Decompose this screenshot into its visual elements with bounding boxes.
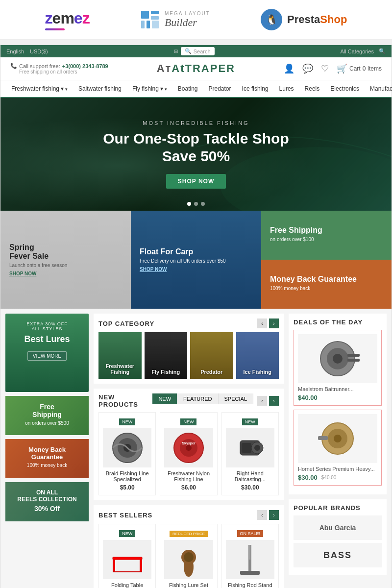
- hero-banner: MOST INCREDIBLE FISHING Our One-Stop Tac…: [0, 98, 392, 211]
- search-area: ⊟ 🔍 Search: [174, 47, 215, 55]
- svg-rect-2: [151, 16, 159, 20]
- shop-now-button[interactable]: SHOP NOW: [166, 174, 226, 189]
- promo-shipping-title: Free Shipping: [270, 226, 322, 235]
- header: 📞 Call support free: +3(000) 2343-8789 F…: [0, 57, 392, 80]
- search-bar[interactable]: 🔍 Search: [181, 47, 215, 55]
- reels-promo-sub: 30% Off: [11, 505, 83, 513]
- currency-selector[interactable]: USD($): [30, 49, 48, 54]
- chat-icon[interactable]: 💬: [302, 63, 313, 74]
- nav-item-8[interactable]: Electronics: [325, 80, 364, 97]
- top-category-section: TOP CATEGORY ‹ › FreshwaterFishing Fly F…: [94, 314, 284, 384]
- view-more-btn[interactable]: VIEW MORE: [27, 351, 67, 361]
- product-img-reel: [226, 428, 274, 467]
- promo-spring-link[interactable]: SHOP NOW: [9, 271, 36, 276]
- language-selector[interactable]: English: [6, 49, 24, 54]
- nav-item-6[interactable]: Lures: [274, 80, 299, 97]
- nav-item-9[interactable]: Manufacturers: [365, 80, 392, 97]
- best-sellers-title: BEST SELLERS: [98, 512, 152, 519]
- reels-promo-title: ON ALL REELS COLLECTION: [11, 489, 83, 503]
- zemes-logo[interactable]: zemez: [45, 9, 90, 30]
- tab-featured[interactable]: FEATURED: [177, 393, 218, 404]
- top-bar-left: English USD($): [6, 49, 48, 54]
- nav-item-4[interactable]: Predator: [204, 80, 236, 97]
- deals-section: DEALS OF THE DAY Maelstrom Baitrunner...: [289, 314, 387, 494]
- promo-banners: Float For Carp Free Delivery on all UK o…: [0, 211, 392, 309]
- nav-item-2[interactable]: Fly fishing ▾: [127, 80, 172, 97]
- new-products-header: NEW PRODUCTS NEW FEATURED SPECIAL ‹ ›: [98, 393, 279, 408]
- account-icon[interactable]: 👤: [284, 63, 294, 74]
- bs-next-btn[interactable]: ›: [269, 510, 279, 520]
- hero-content: MOST INCREDIBLE FISHING Our One-Stop Tac…: [103, 120, 289, 189]
- nav-item-5[interactable]: Ice fishing: [237, 80, 273, 97]
- best-lures-title: Best Lures: [11, 334, 83, 344]
- dot-2[interactable]: [194, 202, 198, 206]
- svg-point-35: [334, 435, 342, 442]
- cat-freshwater[interactable]: FreshwaterFishing: [98, 332, 142, 379]
- nav-item-7[interactable]: Reels: [300, 80, 325, 97]
- deal-price-1: $30.00: [298, 474, 318, 481]
- brand-abu-garcia[interactable]: Abu Garcia: [294, 515, 382, 540]
- middle-section: TOP CATEGORY ‹ › FreshwaterFishing Fly F…: [94, 314, 284, 588]
- free-shipping-promo-sub: on orders over $500: [11, 420, 83, 426]
- bs-badge-2: ON SALE!: [237, 530, 264, 537]
- products-tabs: NEW FEATURED SPECIAL: [152, 393, 253, 404]
- tab-new[interactable]: NEW: [152, 393, 177, 404]
- product-badge-2: NEW: [242, 418, 258, 425]
- dot-3[interactable]: [201, 202, 205, 206]
- bs-prev-btn[interactable]: ‹: [257, 510, 267, 520]
- svg-rect-32: [347, 359, 360, 362]
- bs-name-1: Fishing Lure Set: [164, 582, 213, 588]
- extra-label: EXTRA 30% OFF: [11, 321, 83, 326]
- navigation: Freshwater fishing ▾Saltwater fishingFly…: [0, 80, 392, 98]
- cat-ice[interactable]: Ice Fishing: [236, 332, 279, 379]
- cart-items: 0 Items: [363, 65, 382, 72]
- cat-freshwater-label: FreshwaterFishing: [105, 363, 134, 375]
- search-icon-right[interactable]: 🔍: [379, 48, 386, 54]
- money-back-promo-sub: 100% money back: [11, 463, 83, 468]
- svg-rect-26: [240, 571, 260, 575]
- svg-rect-20: [140, 560, 142, 572]
- cat-predator[interactable]: Predator: [190, 332, 233, 379]
- new-products-section: NEW PRODUCTS NEW FEATURED SPECIAL ‹ ›: [94, 389, 284, 500]
- header-support: 📞 Call support free: +3(000) 2343-8789 F…: [10, 63, 108, 74]
- deal-name-0: Maelstrom Baitrunner...: [298, 386, 377, 392]
- promo-shipping-sub: on orders over $100: [270, 237, 314, 242]
- cart[interactable]: 🛒 Cart 0 Items: [337, 63, 382, 74]
- site-logo[interactable]: AтAtTRAPER: [157, 62, 235, 75]
- promo-money-title: Money Back Guarantee: [270, 275, 357, 284]
- prod-next-btn[interactable]: ›: [269, 396, 279, 406]
- nav-item-0[interactable]: Freshwater fishing ▾: [6, 80, 73, 97]
- product-img-nylon: Skysper: [164, 428, 213, 467]
- brands-section: POPULAR BRANDS Abu Garcia BASS: [289, 499, 387, 575]
- cat-next-btn[interactable]: ›: [269, 318, 279, 328]
- phone-number[interactable]: +3(000) 2343-8789: [62, 63, 108, 69]
- presta-text: Presta: [287, 13, 320, 25]
- prod-prev-btn[interactable]: ‹: [257, 396, 267, 406]
- promo-carp-link[interactable]: SHOP NOW: [140, 267, 167, 272]
- brand-bass[interactable]: BASS: [294, 543, 382, 567]
- wishlist-icon[interactable]: ♡: [321, 63, 329, 74]
- svg-rect-0: [141, 11, 149, 19]
- best-sellers-header: BEST SELLERS ‹ ›: [98, 510, 279, 520]
- dot-1[interactable]: [187, 202, 191, 206]
- cat-prev-btn[interactable]: ‹: [257, 318, 267, 328]
- brand-bass-text: BASS: [323, 550, 352, 561]
- deal-img-1: [298, 414, 377, 463]
- nav-item-3[interactable]: Boating: [173, 80, 203, 97]
- svg-rect-1: [151, 11, 159, 14]
- nav-item-1[interactable]: Saltwater fishing: [74, 80, 126, 97]
- all-categories-dropdown[interactable]: All Categories: [341, 49, 374, 54]
- bs-img-2: [226, 540, 274, 579]
- top-category-title: TOP CATEGORY: [98, 320, 154, 327]
- free-shipping-promo-title: Free Shipping: [11, 403, 83, 418]
- bs-item-2: ON SALE! Fishing Rod Stand $12.00: [221, 524, 279, 588]
- mega-layout-builder-logo: MEGA LAYOUT Builder: [140, 10, 210, 29]
- svg-point-16: [254, 445, 260, 451]
- logos-bar: zemez MEGA LAYOUT Builder 🐧 PrestaShop: [0, 0, 392, 40]
- cat-fly[interactable]: Fly Fishing: [145, 332, 188, 379]
- tab-special[interactable]: SPECIAL: [219, 393, 253, 404]
- bs-item-0: NEW Folding Table $25.00: [98, 524, 156, 588]
- free-shipping-promo: Free Shipping on orders over $500: [5, 396, 89, 435]
- cat-predator-label: Predator: [200, 369, 222, 375]
- promo-carp-sub: Free Delivery on all UK orders over $50: [140, 258, 226, 264]
